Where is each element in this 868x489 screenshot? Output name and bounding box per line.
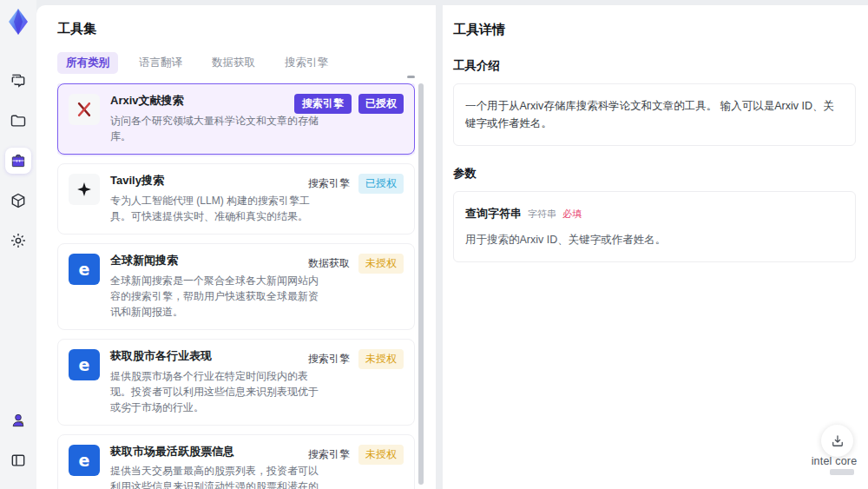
package-icon	[10, 192, 27, 209]
sidebar-item-chat[interactable]	[5, 68, 31, 94]
tool-auth-badge: 未授权	[358, 445, 404, 465]
detail-panel: 工具详情 工具介绍 一个用于从Arxiv存储库搜索科学论文和文章的工具。 输入可…	[443, 5, 868, 489]
panel-icon	[10, 452, 27, 469]
intro-heading: 工具介绍	[453, 58, 856, 74]
tool-name: Tavily搜索	[110, 174, 327, 188]
tool-category-tag: 搜索引擎	[294, 94, 352, 114]
sidebar-item-files[interactable]	[5, 108, 31, 134]
tool-tags: 搜索引擎 已授权	[306, 174, 404, 194]
blue-e-tool-icon: e	[69, 254, 100, 285]
category-tabs: 所有类别语言翻译数据获取搜索引擎	[57, 52, 436, 74]
tool-card[interactable]: e 全球新闻搜索 全球新闻搜索是一个聚合全球各大新闻网站内容的搜索引擎，帮助用户…	[57, 243, 415, 330]
tool-tags: 搜索引擎 未授权	[306, 349, 404, 369]
sidebar-item-panel-toggle[interactable]	[5, 447, 31, 473]
blue-e-tool-icon: e	[69, 445, 100, 476]
sidebar-item-tools[interactable]	[5, 148, 31, 174]
intro-box: 一个用于从Arxiv存储库搜索科学论文和文章的工具。 输入可以是Arxiv ID…	[453, 83, 856, 146]
tool-auth-badge: 未授权	[358, 254, 404, 274]
sidebar-item-settings[interactable]	[5, 228, 31, 254]
tool-list: Arxiv文献搜索 访问各个研究领域大量科学论文和文章的存储库。 搜索引擎 已授…	[57, 83, 415, 489]
tool-category-tag: 搜索引擎	[306, 445, 352, 465]
tool-description: 提供股票市场各个行业在特定时间段内的表现。投资者可以利用这些信息来识别表现优于或…	[110, 368, 327, 415]
user-icon	[10, 412, 27, 429]
tools-panel: 工具集 所有类别语言翻译数据获取搜索引擎 Arxiv文献搜索 访问各个研究领域大…	[36, 5, 436, 489]
sidebar-item-account[interactable]	[5, 407, 31, 433]
params-heading: 参数	[453, 166, 856, 182]
tool-description: 提供当天交易量最高的股票列表，投资者可以利用这些信息来识别流动性强的股票和潜在的…	[110, 463, 327, 489]
param-description: 用于搜索的Arxiv ID、关键字或作者姓名。	[465, 231, 844, 248]
param-name: 查询字符串	[465, 205, 522, 223]
tool-name: 获取市场最活跃股票信息	[110, 445, 327, 459]
param-type: 字符串	[528, 207, 556, 222]
tool-card[interactable]: Tavily搜索 专为人工智能代理 (LLM) 构建的搜索引擎工具。可快速提供实…	[57, 163, 415, 235]
tool-tags: 搜索引擎 未授权	[306, 445, 404, 465]
param-box: 查询字符串 字符串 必填 用于搜索的Arxiv ID、关键字或作者姓名。	[453, 191, 856, 262]
category-tab[interactable]: 搜索引擎	[276, 52, 337, 74]
tool-category-tag: 数据获取	[306, 254, 352, 274]
tool-category-tag: 搜索引擎	[306, 349, 352, 369]
intel-core-logo: intel core	[804, 455, 865, 475]
sidebar	[0, 0, 36, 489]
category-tab[interactable]: 语言翻译	[130, 52, 191, 74]
tool-tags: 数据获取 未授权	[306, 254, 404, 274]
download-icon	[830, 433, 845, 449]
intel-core-logo-badge	[830, 469, 854, 475]
blue-e-tool-icon: e	[69, 349, 100, 380]
tool-description: 访问各个研究领域大量科学论文和文章的存储库。	[110, 113, 327, 144]
intro-text: 一个用于从Arxiv存储库搜索科学论文和文章的工具。 输入可以是Arxiv ID…	[465, 100, 834, 129]
category-tab[interactable]: 数据获取	[203, 52, 264, 74]
tool-card[interactable]: Arxiv文献搜索 访问各个研究领域大量科学论文和文章的存储库。 搜索引擎 已授…	[57, 83, 415, 155]
tool-category-tag: 搜索引擎	[306, 174, 352, 194]
tool-card[interactable]: e 获取股市各行业表现 提供股票市场各个行业在特定时间段内的表现。投资者可以利用…	[57, 339, 415, 426]
chat-icon	[10, 72, 27, 89]
app-logo-icon	[4, 7, 32, 36]
tool-tags: 搜索引擎 已授权	[294, 94, 404, 114]
tool-auth-badge: 已授权	[358, 94, 404, 114]
tool-name: 获取股市各行业表现	[110, 349, 327, 364]
arxiv-tool-icon	[69, 94, 100, 125]
download-button[interactable]	[821, 425, 853, 457]
page-title: 工具集	[57, 21, 436, 37]
scrollbar-top-cap	[407, 76, 415, 78]
sidebar-item-packages[interactable]	[5, 188, 31, 214]
intel-core-logo-text: intel core	[804, 455, 865, 467]
folder-icon	[10, 112, 27, 129]
toolbox-icon	[10, 152, 27, 169]
detail-title: 工具详情	[453, 22, 856, 38]
list-scrollbar[interactable]	[418, 83, 424, 485]
settings-icon	[10, 232, 27, 249]
sparkle-tool-icon	[69, 174, 100, 205]
tool-description: 全球新闻搜索是一个聚合全球各大新闻网站内容的搜索引擎，帮助用户快速获取全球最新资…	[110, 273, 327, 320]
tool-card[interactable]: e 获取市场最活跃股票信息 提供当天交易量最高的股票列表，投资者可以利用这些信息…	[57, 434, 415, 489]
tool-description: 专为人工智能代理 (LLM) 构建的搜索引擎工具。可快速提供实时、准确和真实的结…	[110, 193, 327, 224]
category-tab[interactable]: 所有类别	[57, 52, 118, 74]
tool-auth-badge: 未授权	[358, 349, 404, 369]
tool-name: 全球新闻搜索	[110, 254, 327, 268]
tool-auth-badge: 已授权	[358, 174, 404, 194]
param-required-badge: 必填	[562, 207, 582, 222]
